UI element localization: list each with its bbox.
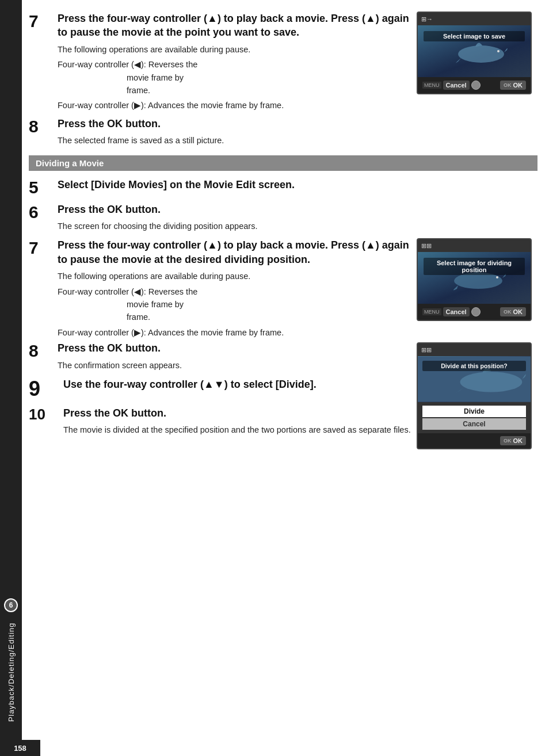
steps-8-9-10-section: 8 Press the OK button. The confirmation …	[29, 339, 537, 449]
svg-point-1	[497, 50, 500, 52]
screen-divide-menu-label: MENU	[422, 308, 441, 315]
sidebar: 6 Playback/Deleting/Editing	[0, 0, 22, 756]
step-10-body: The movie is divided at the specified po…	[63, 423, 411, 436]
screen-divide-overlay: Select image for dividing position	[424, 258, 525, 275]
step-8-bottom-content: Press the OK button. The confirmation sc…	[58, 341, 411, 372]
screen-divide-cancel-btn: Cancel	[443, 307, 470, 316]
section-header-dividing: Dividing a Movie	[29, 155, 537, 171]
step-7-bottom-heading: Press the four-way controller (▲) to pla…	[58, 238, 411, 266]
step-10-heading: Press the OK button.	[63, 406, 411, 420]
step-7-bottom-text: 7 Press the four-way controller (▲) to p…	[29, 238, 411, 339]
screen-overlay-text: Select image to save	[424, 31, 525, 41]
step-5: 5 Select [Divide Movies] on the Movie Ed…	[29, 178, 537, 197]
sidebar-label: Playback/Deleting/Editing	[7, 623, 16, 721]
step-number-5: 5	[29, 178, 58, 197]
camera-screen-divide-pos: ⊞⊞ Select image for dividing position ME…	[417, 238, 537, 321]
screen-cancel-btn: Cancel	[443, 81, 470, 90]
step-8-bottom-heading: Press the OK button.	[58, 341, 411, 355]
step-7-controller-right: Four-way controller (▶): Advances the mo…	[58, 99, 411, 112]
step-8-bottom-body: The confirmation screen appears.	[58, 359, 411, 372]
step-6-heading: Press the OK button.	[58, 203, 537, 216]
step-number-8-top: 8	[29, 117, 58, 136]
step-7-bottom-ctrl-left: Four-way controller (◀): Reverses the mo…	[58, 285, 411, 324]
screen-top-bar: ⊞→	[418, 13, 531, 25]
screen-divide-ok-big: OK	[513, 308, 523, 315]
step-7-body-intro: The following operations are available d…	[58, 43, 411, 56]
step-number-7-bottom: 7	[29, 238, 58, 257]
screen-divide-confirm: ⊞⊞ Divide at this position? Divide Cance…	[417, 342, 532, 449]
step-number-10: 10	[29, 406, 63, 423]
page-number: 158	[0, 740, 40, 756]
step-7-bottom: 7 Press the four-way controller (▲) to p…	[29, 238, 537, 339]
step-number-8-bottom: 8	[29, 341, 58, 360]
screen-confirm-ok-btn: OK OK	[500, 436, 526, 445]
screen-divide-ok-circle	[471, 307, 481, 316]
step-5-content: Select [Divide Movies] on the Movie Edit…	[58, 178, 537, 195]
screen-divide-ok-small: OK	[504, 309, 512, 315]
screen-confirm-top-icon: ⊞⊞	[421, 346, 432, 354]
step-6: 6 Press the OK button. The screen for ch…	[29, 203, 537, 233]
screen-divide-ok-btn: OK OK	[500, 307, 526, 316]
screen-menu-label: MENU	[422, 82, 441, 89]
screen-confirm-menu: Divide Cancel	[418, 402, 531, 433]
step-10-content: Press the OK button. The movie is divide…	[63, 406, 411, 437]
step-8-top: 8 Press the OK button. The selected fram…	[29, 117, 537, 147]
screen-ok-label-big: OK	[513, 82, 523, 89]
screen-divide-menu-cancel: MENU Cancel	[422, 307, 481, 316]
screen-confirm-ok-small: OK	[504, 438, 512, 444]
step-number-6: 6	[29, 203, 58, 222]
step-9-heading: Use the four-way controller (▲▼) to sele…	[63, 377, 411, 391]
screen-divide-position: ⊞⊞ Select image for dividing position ME…	[417, 238, 532, 321]
screen-menu-cancel: MENU Cancel	[422, 81, 481, 90]
step-7-bottom-ctrl-right: Four-way controller (▶): Advances the mo…	[58, 326, 411, 339]
screen-confirm-bottom-bar: OK OK	[418, 433, 531, 448]
steps-8-9-10-text: 8 Press the OK button. The confirmation …	[29, 339, 411, 442]
screen-image-area: Select image to save	[418, 25, 531, 77]
svg-point-5	[460, 372, 523, 392]
step-7-content: Press the four-way controller (▲) to pla…	[58, 12, 411, 97]
screen-ok-label-small: OK	[504, 82, 512, 88]
step-10: 10 Press the OK button. The movie is div…	[29, 406, 411, 437]
screen-top-icon: ⊞→	[421, 16, 433, 23]
screen-cancel-option: Cancel	[422, 418, 526, 430]
svg-point-2	[454, 273, 502, 289]
screen-divide-bottom-bar: MENU Cancel OK OK	[418, 304, 531, 320]
screen-confirm-ok-big: OK	[513, 437, 523, 444]
step-7-top-text: 7 Press the four-way controller (▲) to p…	[29, 12, 411, 112]
main-content: 7 Press the four-way controller (▲) to p…	[29, 0, 537, 472]
step-7-top: 7 Press the four-way controller (▲) to p…	[29, 12, 537, 112]
screen-confirm-overlay: Divide at this position?	[422, 361, 526, 371]
step-7-bottom-body-intro: The following operations are available d…	[58, 270, 411, 282]
step-number-7-top: 7	[29, 12, 58, 30]
svg-point-3	[496, 276, 498, 278]
screen-save-image: ⊞→ Select image to save MENU	[417, 12, 532, 94]
step-7-controller-left: Four-way controller (◀): Reverses the mo…	[58, 58, 411, 97]
step-8-heading: Press the OK button.	[58, 117, 537, 131]
svg-point-0	[458, 45, 504, 63]
step-7-row: 7 Press the four-way controller (▲) to p…	[29, 12, 411, 97]
screen-confirm-top-bar: ⊞⊞	[418, 343, 531, 356]
step-5-heading: Select [Divide Movies] on the Movie Edit…	[58, 178, 537, 192]
step-6-body: The screen for choosing the dividing pos…	[58, 220, 537, 232]
screen-ok-btn: OK OK	[500, 81, 526, 90]
screen-divide-option: Divide	[422, 406, 526, 417]
step-number-9: 9	[29, 377, 63, 400]
screen-confirm-image-area: Divide at this position?	[418, 356, 531, 402]
screen-divide-top-icon: ⊞⊞	[421, 242, 432, 250]
sidebar-chapter-number: 6	[4, 598, 18, 612]
step-9-content: Use the four-way controller (▲▼) to sele…	[63, 377, 411, 395]
step-9: 9 Use the four-way controller (▲▼) to se…	[29, 377, 411, 400]
step-6-content: Press the OK button. The screen for choo…	[58, 203, 537, 233]
camera-screen-divide-confirm: ⊞⊞ Divide at this position? Divide Cance…	[417, 342, 537, 449]
camera-screen-top: ⊞→ Select image to save MENU	[417, 12, 537, 94]
step-8-content: Press the OK button. The selected frame …	[58, 117, 537, 147]
step-7-heading: Press the four-way controller (▲) to pla…	[58, 12, 411, 40]
screen-divide-top-bar: ⊞⊞	[418, 239, 531, 252]
screen-ok-circle	[471, 81, 481, 90]
step-8-body: The selected frame is saved as a still p…	[58, 134, 537, 147]
screen-bottom-bar: MENU Cancel OK OK	[418, 77, 531, 93]
step-7-bottom-row: 7 Press the four-way controller (▲) to p…	[29, 238, 411, 323]
step-8-bottom: 8 Press the OK button. The confirmation …	[29, 341, 411, 372]
screen-divide-image-area: Select image for dividing position	[418, 252, 531, 304]
step-7-bottom-content: Press the four-way controller (▲) to pla…	[58, 238, 411, 323]
